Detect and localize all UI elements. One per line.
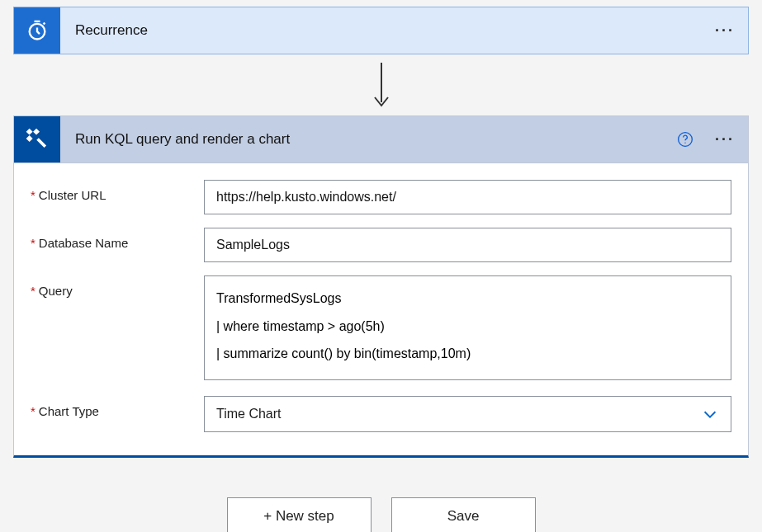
trigger-header[interactable]: Recurrence ··· [14,7,748,54]
svg-rect-4 [26,135,33,142]
action-body: *Cluster URL *Database Name *Query [14,162,748,455]
label-cluster-url: *Cluster URL [31,180,204,203]
action-title: Run KQL query and render a chart [75,131,662,148]
row-cluster-url: *Cluster URL [31,180,731,214]
chart-type-value: Time Chart [216,407,701,421]
action-card: Run KQL query and render a chart ··· *Cl… [13,115,749,458]
footer-buttons: + New step Save [13,497,749,532]
database-name-input[interactable] [204,228,731,262]
save-button[interactable]: Save [391,497,536,532]
label-chart-type: *Chart Type [31,396,204,419]
chart-type-dropdown[interactable]: Time Chart [204,396,731,432]
kusto-icon [14,116,60,162]
svg-rect-5 [36,138,46,148]
label-database-name: *Database Name [31,228,204,251]
designer-canvas: Recurrence ··· Run KQL query and render … [0,0,762,532]
action-header[interactable]: Run KQL query and render a chart ··· [14,116,748,162]
cluster-url-input[interactable] [204,180,731,214]
trigger-card[interactable]: Recurrence ··· [13,7,749,54]
svg-rect-3 [33,129,40,135]
label-query: *Query [31,275,204,299]
recurrence-icon [14,7,60,54]
query-input[interactable] [204,275,731,380]
row-query: *Query [31,275,731,383]
trigger-title: Recurrence [75,22,697,39]
row-chart-type: *Chart Type Time Chart [31,396,731,432]
trigger-menu-button[interactable]: ··· [712,23,738,38]
help-icon[interactable] [677,131,693,148]
chevron-down-icon [701,405,719,423]
svg-point-7 [684,143,685,144]
svg-rect-2 [26,129,33,135]
action-menu-button[interactable]: ··· [712,132,738,147]
new-step-button[interactable]: + New step [227,497,372,532]
row-database-name: *Database Name [31,228,731,262]
connector-arrow [13,54,749,115]
